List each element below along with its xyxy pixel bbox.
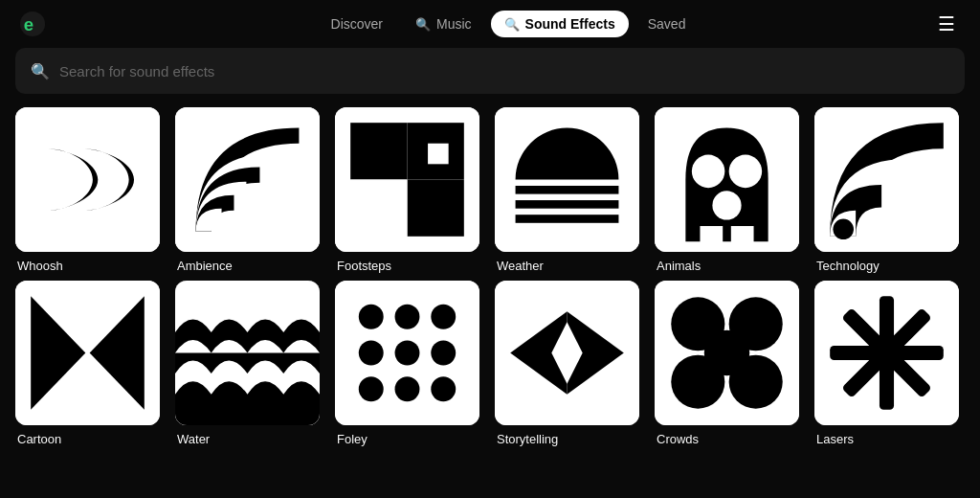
svg-point-29 <box>359 341 384 366</box>
logo[interactable]: e <box>19 11 46 37</box>
svg-point-34 <box>431 376 456 401</box>
nav-item-saved[interactable]: Saved <box>635 11 700 37</box>
svg-rect-19 <box>731 226 754 247</box>
svg-rect-2 <box>15 107 160 252</box>
navigation: e Discover 🔍 Music 🔍 Sound Effects Saved… <box>0 0 980 48</box>
lasers-tile <box>814 281 959 425</box>
crowds-tile <box>655 281 799 425</box>
svg-point-26 <box>359 305 384 329</box>
technology-tile <box>814 107 959 252</box>
svg-point-31 <box>431 341 456 366</box>
search-icon-music: 🔍 <box>415 17 431 32</box>
nav-item-discover[interactable]: Discover <box>318 11 396 37</box>
svg-rect-5 <box>350 123 407 179</box>
menu-button[interactable]: ☰ <box>932 7 961 41</box>
animals-tile <box>655 107 799 252</box>
svg-rect-12 <box>516 200 619 209</box>
svg-point-27 <box>395 305 420 329</box>
category-grid-row1: Whoosh Ambience <box>0 107 980 273</box>
svg-point-28 <box>431 305 456 329</box>
foley-tile <box>335 281 479 425</box>
svg-rect-11 <box>516 186 619 194</box>
category-ambience[interactable]: Ambience <box>175 107 325 273</box>
nav-links: Discover 🔍 Music 🔍 Sound Effects Saved <box>84 11 932 37</box>
category-storytelling[interactable]: Storytelling <box>495 281 645 446</box>
svg-rect-7 <box>408 180 464 237</box>
category-grid-row2: Cartoon Water <box>0 281 980 446</box>
search-icon-sound-effects: 🔍 <box>504 17 520 32</box>
category-lasers[interactable]: Lasers <box>814 281 965 446</box>
svg-point-21 <box>833 218 854 239</box>
cartoon-tile <box>15 281 160 425</box>
category-weather[interactable]: Weather <box>495 107 645 273</box>
svg-point-17 <box>712 191 741 219</box>
category-whoosh[interactable]: Whoosh <box>15 107 166 273</box>
category-animals[interactable]: Animals <box>655 107 805 273</box>
category-cartoon[interactable]: Cartoon <box>15 281 166 446</box>
water-tile <box>175 281 320 425</box>
ambience-tile <box>175 107 320 252</box>
svg-point-32 <box>359 376 384 401</box>
weather-tile <box>495 107 639 252</box>
category-crowds[interactable]: Crowds <box>655 281 805 446</box>
nav-item-sound-effects[interactable]: 🔍 Sound Effects <box>491 11 629 37</box>
svg-point-41 <box>704 330 749 375</box>
category-footsteps[interactable]: Footsteps <box>335 107 485 273</box>
storytelling-tile <box>495 281 639 425</box>
svg-rect-18 <box>700 226 723 247</box>
nav-item-music[interactable]: 🔍 Music <box>402 11 485 37</box>
svg-point-30 <box>395 341 420 366</box>
category-water[interactable]: Water <box>175 281 325 446</box>
svg-rect-13 <box>516 215 619 223</box>
svg-point-33 <box>395 376 420 401</box>
category-technology[interactable]: Technology <box>814 107 965 273</box>
svg-point-16 <box>729 155 763 189</box>
svg-point-15 <box>692 155 725 189</box>
search-bar: 🔍 <box>15 48 965 94</box>
svg-rect-9 <box>428 144 449 165</box>
search-input[interactable] <box>59 63 949 79</box>
category-foley[interactable]: Foley <box>335 281 485 446</box>
footsteps-tile <box>335 107 479 252</box>
svg-text:e: e <box>24 14 33 34</box>
search-icon: 🔍 <box>31 62 50 80</box>
svg-rect-8 <box>350 180 407 237</box>
whoosh-tile <box>15 107 160 252</box>
